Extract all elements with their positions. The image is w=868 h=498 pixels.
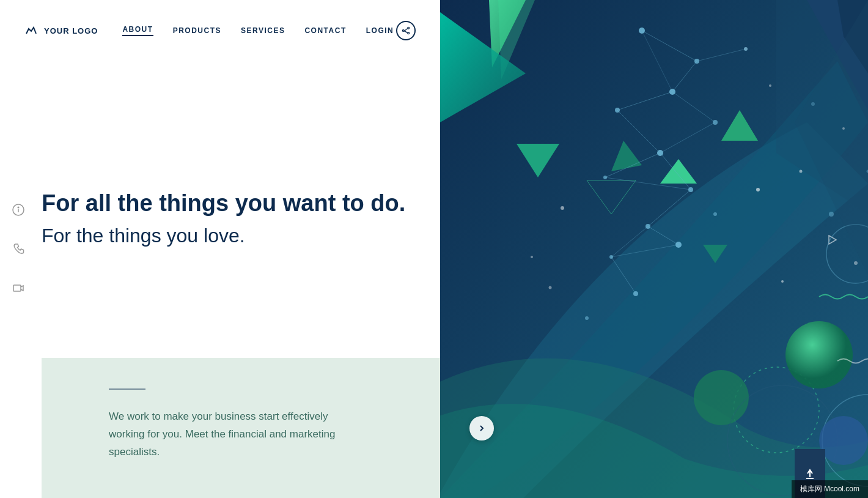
logo-icon [24, 23, 39, 38]
page-wrapper: YOUR LOGO ABOUT PRODUCTS SERVICES CONTAC… [0, 0, 868, 498]
right-panel [440, 0, 868, 498]
left-panel: YOUR LOGO ABOUT PRODUCTS SERVICES CONTAC… [0, 0, 440, 498]
nav-right [396, 21, 416, 40]
svg-point-61 [854, 261, 858, 265]
background-decoration [440, 0, 868, 498]
svg-point-34 [713, 212, 717, 216]
svg-point-59 [800, 170, 803, 173]
logo-text: YOUR LOGO [44, 26, 98, 35]
svg-point-2 [408, 32, 410, 34]
nav-products[interactable]: PRODUCTS [173, 26, 221, 35]
svg-point-57 [785, 321, 853, 388]
hero-title: For all the things you want to do. [42, 190, 405, 218]
card-text: We work to make your business start effe… [109, 408, 353, 461]
hero-subtitle: For the things you love. [42, 224, 405, 247]
svg-line-4 [404, 31, 408, 33]
svg-point-60 [829, 212, 834, 217]
svg-point-58 [756, 188, 760, 191]
svg-point-65 [549, 286, 552, 289]
svg-point-54 [694, 370, 749, 425]
info-card: We work to make your business start effe… [42, 358, 482, 498]
nav-services[interactable]: SERVICES [241, 26, 285, 35]
nav-about[interactable]: ABOUT [122, 25, 153, 36]
svg-point-69 [769, 84, 771, 87]
svg-point-62 [781, 280, 784, 283]
navbar: YOUR LOGO ABOUT PRODUCTS SERVICES CONTAC… [0, 0, 440, 61]
svg-point-1 [402, 30, 404, 32]
share-button[interactable] [396, 21, 416, 40]
svg-rect-8 [13, 285, 21, 291]
nav-links: ABOUT PRODUCTS SERVICES CONTACT LOGIN [122, 25, 394, 36]
info-icon-btn[interactable] [6, 198, 31, 222]
svg-line-3 [404, 29, 408, 31]
logo-area[interactable]: YOUR LOGO [24, 23, 98, 38]
svg-point-7 [18, 207, 19, 208]
svg-point-36 [585, 316, 589, 320]
phone-icon-btn[interactable] [6, 237, 31, 261]
sidebar-icons [0, 185, 37, 313]
video-icon-btn[interactable] [6, 276, 31, 300]
next-button[interactable] [469, 416, 494, 440]
nav-contact[interactable]: CONTACT [304, 26, 346, 35]
watermark: 模库网 Mcool.com [792, 480, 868, 498]
svg-point-72 [819, 416, 868, 465]
card-divider [109, 388, 145, 390]
svg-point-63 [561, 206, 564, 210]
hero-text: For all the things you want to do. For t… [42, 190, 405, 247]
svg-point-0 [408, 27, 410, 29]
svg-point-64 [531, 256, 533, 258]
nav-login[interactable]: LOGIN [366, 26, 394, 35]
